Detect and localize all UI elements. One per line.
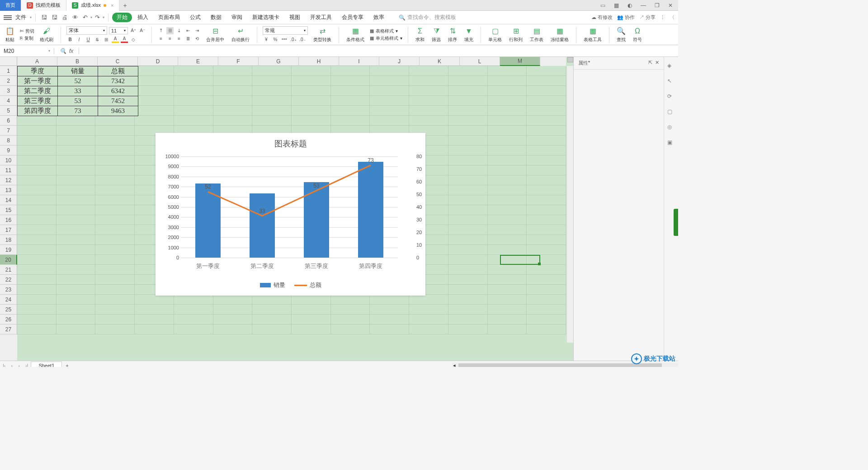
row-header[interactable]: 12 [0, 175, 17, 185]
cell-style-button[interactable]: ▦ 单元格样式▾ [370, 35, 402, 42]
cell-button[interactable]: ▢单元格 [486, 26, 504, 44]
row-header[interactable]: 3 [0, 86, 17, 96]
font-selector[interactable]: 宋体▾ [66, 26, 107, 35]
underline-button[interactable]: U [85, 36, 92, 43]
font-size-selector[interactable]: 11▾ [109, 27, 128, 34]
ribbon-tab-custom[interactable]: 新建选项卡 [248, 14, 284, 21]
align-middle-icon[interactable]: ☰ [166, 27, 174, 34]
vertical-scrollbar[interactable] [567, 66, 573, 343]
hamburger-icon[interactable] [4, 15, 12, 20]
table-tools-button[interactable]: ▦表格工具 [582, 26, 604, 44]
align-center-icon[interactable]: ≡ [166, 35, 174, 42]
new-tab-button[interactable]: + [119, 0, 130, 11]
column-header[interactable]: B [57, 57, 98, 66]
row-header[interactable]: 25 [0, 305, 17, 315]
sheet-prev-icon[interactable]: ‹ [9, 363, 16, 367]
print-icon[interactable]: 🖨 [60, 14, 70, 21]
file-menu[interactable]: 文件 [13, 14, 29, 21]
apps-icon[interactable]: ▦ [612, 2, 620, 9]
save-icon[interactable]: 🖫 [39, 14, 49, 21]
undo-icon[interactable]: ↶ [81, 14, 90, 21]
share-button[interactable]: ↗ 分享 [639, 14, 656, 21]
row-header[interactable]: 23 [0, 285, 17, 295]
name-box[interactable]: M20▾ [0, 48, 54, 54]
spreadsheet-grid[interactable]: ABCDEFGHIJKLM 12345678910111213141516171… [0, 57, 573, 361]
more-icon[interactable]: ⋮ [660, 14, 665, 20]
decrease-font-icon[interactable]: A⁻ [139, 27, 146, 34]
split-handle[interactable] [567, 57, 573, 62]
row-header[interactable]: 27 [0, 324, 17, 334]
select-all-corner[interactable] [0, 57, 17, 66]
border-button[interactable]: ⊞ [103, 36, 110, 43]
column-header[interactable]: A [17, 57, 57, 66]
row-header[interactable]: 7 [0, 126, 17, 136]
sheet-first-icon[interactable]: |‹ [0, 363, 9, 367]
currency-icon[interactable]: ¥ [263, 36, 270, 43]
type-convert-button[interactable]: ⇄类型转换 [311, 26, 333, 44]
select-icon[interactable]: ↖ [667, 78, 675, 86]
sheet-last-icon[interactable]: ›| [23, 363, 31, 367]
save-as-icon[interactable]: 🖫 [50, 14, 59, 21]
row-header[interactable]: 22 [0, 275, 17, 285]
fill-color-button[interactable]: A [112, 36, 119, 43]
row-header[interactable]: 19 [0, 245, 17, 255]
sheet-next-icon[interactable]: › [15, 363, 23, 367]
add-sheet-button[interactable]: + [62, 363, 72, 367]
tab-template[interactable]: D找稻壳模板 [21, 0, 66, 11]
column-header[interactable]: E [178, 57, 218, 66]
align-right-icon[interactable]: ≡ [175, 35, 183, 42]
wrap-text-button[interactable]: ↵自动换行 [230, 26, 251, 44]
filter-button[interactable]: ⧩筛选 [430, 26, 443, 44]
cancel-formula-icon[interactable]: 🔍 [60, 48, 66, 54]
print-preview-icon[interactable]: 👁 [71, 14, 80, 21]
cut-button[interactable]: ✄ 剪切 [20, 28, 34, 34]
column-header[interactable]: L [460, 57, 500, 66]
freeze-pane-button[interactable]: ▦冻结窗格 [549, 26, 571, 44]
conditional-format-button[interactable]: ▦条件格式 [344, 26, 366, 44]
column-header[interactable]: M [500, 57, 540, 66]
decimal-inc-icon[interactable]: .0₊ [290, 36, 297, 43]
row-header[interactable]: 18 [0, 235, 17, 245]
percent-icon[interactable]: % [272, 36, 279, 43]
row-header[interactable]: 4 [0, 96, 17, 106]
fill-button[interactable]: ▼填充 [462, 26, 475, 44]
command-search[interactable]: 🔍 查找命令、搜索模板 [399, 14, 456, 21]
row-header[interactable]: 24 [0, 295, 17, 305]
ribbon-tab-dev[interactable]: 开发工具 [306, 14, 336, 21]
column-header[interactable]: D [138, 57, 178, 66]
copy-button[interactable]: ⎘ 复制 [20, 35, 34, 42]
align-justify-icon[interactable]: ≣ [184, 35, 192, 42]
clear-format-button[interactable]: ◇ [130, 36, 137, 43]
thousands-icon[interactable]: ᵒᵒᵒ [281, 36, 288, 43]
close-panel-icon[interactable]: ✕ [655, 60, 659, 66]
ribbon-tab-insert[interactable]: 插入 [133, 14, 153, 21]
row-header[interactable]: 10 [0, 155, 17, 165]
redo-icon[interactable]: ↷ [93, 14, 102, 21]
italic-button[interactable]: I [75, 36, 83, 43]
orientation-icon[interactable]: ⟲ [193, 35, 201, 42]
sum-button[interactable]: Σ求和 [414, 26, 426, 44]
align-top-icon[interactable]: ⤒ [157, 27, 165, 34]
merge-center-button[interactable]: ⊟合并居中 [204, 26, 226, 44]
close-window-icon[interactable]: ✕ [666, 2, 675, 9]
collab-button[interactable]: 👥 协作 [617, 14, 635, 21]
ribbon-tab-start[interactable]: 开始 [112, 13, 132, 22]
ribbon-tab-member[interactable]: 会员专享 [337, 14, 368, 21]
template-icon[interactable]: ▢ [667, 108, 675, 117]
ribbon-tab-data[interactable]: 数据 [206, 14, 226, 21]
paste-button[interactable]: 📋粘贴 [4, 26, 16, 44]
column-header[interactable]: I [339, 57, 379, 66]
font-color-button[interactable]: A [121, 36, 128, 43]
worksheet-button[interactable]: ▤工作表 [528, 26, 545, 44]
tab-file-active[interactable]: S成绩.xlsx× [66, 0, 119, 11]
collapse-ribbon-icon[interactable]: 〈 [670, 14, 675, 21]
close-tab-icon[interactable]: × [111, 3, 113, 8]
column-header[interactable]: H [299, 57, 339, 66]
maximize-icon[interactable]: ❐ [653, 2, 661, 9]
format-painter-button[interactable]: 🖌格式刷 [38, 26, 55, 44]
align-left-icon[interactable]: ≡ [157, 35, 165, 42]
strike-button[interactable]: S̶ [94, 36, 101, 43]
ribbon-tab-formula[interactable]: 公式 [185, 14, 205, 21]
embedded-chart[interactable]: 图表标题 01000200030004000500060007000800090… [156, 133, 425, 296]
user-icon[interactable]: ◐ [626, 2, 634, 9]
